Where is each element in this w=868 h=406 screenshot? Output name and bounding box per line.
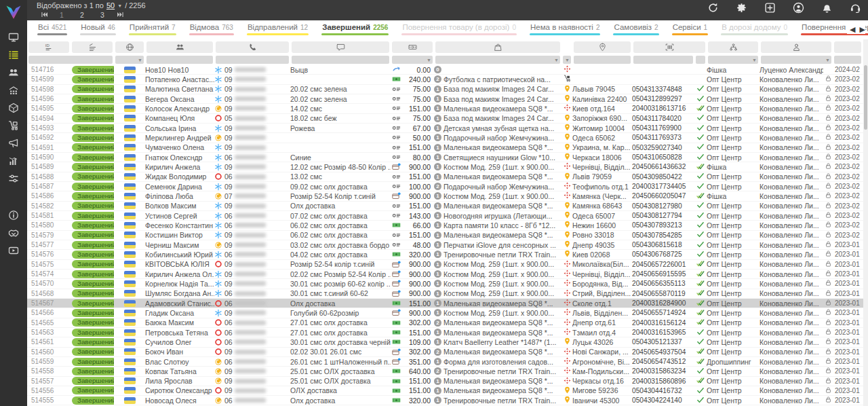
filter-order-id-input[interactable] [28, 56, 113, 64]
tab-9[interactable]: Сервіси1 [671, 20, 709, 37]
filter-date-input[interactable] [834, 56, 861, 64]
first-page-button[interactable] [37, 10, 52, 19]
sort-order-id-button[interactable]: ID [28, 41, 69, 53]
table-row[interactable]: 514582ЗавершенийВолков Максим09Олх доста… [27, 202, 868, 211]
tab-scroll-left-icon[interactable]: ◀ [850, 24, 855, 34]
tab-0[interactable]: Всі4521 [37, 20, 68, 37]
table-row[interactable]: 514560ЗавершенийБокоч Иван0902.02 30.01 … [27, 348, 868, 357]
sidebar-item-company[interactable] [0, 81, 27, 99]
sidebar-item-partners[interactable] [0, 224, 27, 242]
sort-status-button[interactable] [72, 41, 113, 53]
sidebar-item-tutorials[interactable] [0, 242, 27, 259]
table-row[interactable]: 514568ЗавершенийШумляс Богдана Ан...0630… [27, 289, 868, 299]
table-row[interactable]: 514592ЗавершенийМерклингер Андрей0950.00… [27, 133, 868, 143]
sidebar-item-customers[interactable] [0, 64, 27, 81]
tab-4[interactable]: Відправлений12 [246, 20, 309, 37]
tab-7[interactable]: Нема в наявності2 [529, 20, 601, 37]
table-row[interactable]: 514595ЗавершенийКолосок Александр0914.02… [27, 104, 868, 113]
sort-manager-button[interactable] [761, 41, 831, 53]
sidebar-item-orders[interactable] [0, 46, 27, 64]
table-row[interactable]: 514596ЗавершенийВегера Оксана0920.02 смс… [27, 94, 868, 104]
table-row[interactable]: 514586ЗавершенийФіліпова Люба07Розмір 52… [27, 191, 868, 201]
sidebar-item-integrations[interactable] [0, 170, 27, 187]
filter-payment-input[interactable]: ▼ [392, 56, 433, 64]
add-button[interactable] [764, 2, 776, 14]
notifications-button[interactable] [821, 2, 833, 14]
sort-comment-button[interactable] [292, 41, 389, 53]
tab-5[interactable]: Завершений2256 [321, 20, 389, 37]
tab-8[interactable]: Самовивіз2 [612, 20, 659, 37]
sort-city-button[interactable] [574, 41, 631, 53]
account-button[interactable] [793, 2, 804, 14]
page-number-2[interactable]: 2 [72, 11, 92, 19]
table-row[interactable]: 514587ЗавершенийСеменюк Дарина0909.02 см… [27, 182, 868, 191]
table-row[interactable]: 514570ЗавершенийКорнелюк Надія Та...0930… [27, 279, 868, 289]
table-row[interactable]: 514598ЗавершенийМалютина Светлана0920.02… [27, 85, 868, 94]
sidebar-item-products[interactable] [0, 99, 27, 117]
page-number-3[interactable]: 3 [92, 11, 113, 19]
table-row[interactable]: 514591ЗавершенийЧумаченко Олена09151.001… [27, 143, 868, 153]
tab-6[interactable]: Повернення товару (в дорозі)0 [401, 20, 517, 37]
sort-customer-button[interactable] [146, 41, 213, 53]
table-row[interactable]: 514579ЗавершенийКостишин Виктор0906.02 с… [27, 231, 868, 240]
refresh-button[interactable] [707, 2, 719, 14]
tab-10[interactable]: В дорозі додому0 [720, 20, 789, 37]
sort-user-group-button[interactable] [708, 41, 758, 53]
table-row[interactable]: 514577ЗавершенийЧерниш Максим0903.02 смс… [27, 240, 868, 250]
table-row[interactable]: 514588ЗавершенийЖидак Володимир0613.02 с… [27, 172, 868, 182]
scrollbar-thumb[interactable] [864, 65, 867, 130]
table-row[interactable]: 514589ЗавершенийКирилич Анжела0912.02 см… [27, 162, 868, 172]
sidebar-item-dashboard[interactable] [0, 29, 27, 46]
filter-manager-input[interactable]: ▼ [761, 56, 831, 64]
table-row[interactable]: 514716ЗавершенийНов10 Нов1009Выцв0.000Фі… [27, 65, 868, 75]
table-row[interactable]: 514590ЗавершенийГнатюк Олексндр06Синие80… [27, 153, 868, 162]
filter-phone-input[interactable] [216, 56, 289, 64]
sidebar-item-purchases[interactable] [0, 117, 27, 134]
sort-tracking-button[interactable] [633, 41, 705, 53]
support-button[interactable] [850, 2, 861, 14]
sidebar-item-reports[interactable] [0, 152, 27, 170]
table-row[interactable]: 514556ЗавершенийСиротюк Олександр09ОЛХ д… [27, 386, 868, 396]
page-number-1[interactable]: 1 [52, 11, 72, 19]
tab-scroll-right-icon[interactable]: ▶ [860, 24, 865, 34]
filter-user-group-input[interactable]: ▼ [708, 56, 758, 64]
table-row[interactable]: 514561ЗавершенийСучилов Олег0630.01 смс … [27, 337, 868, 347]
sidebar-item-marketing[interactable] [0, 134, 27, 152]
sidebar-item-info[interactable] [0, 206, 27, 224]
table-row[interactable]: 514580ЗавершенийФесенко Константин0606.0… [27, 221, 868, 230]
sort-date-button[interactable] [834, 41, 861, 53]
table-row[interactable]: 514574ЗавершенийКирилич Анжела Ол...0902… [27, 270, 868, 279]
table-row[interactable]: 514557ЗавершенийЛила Ярослав0925.01 смс … [27, 377, 868, 386]
table-row[interactable]: 514581ЗавершенийУстинов Сергей0607.02 см… [27, 211, 868, 221]
table-row[interactable]: 514575ЗавершенийКВІТОВСЬКА ЮЛІЯ09Розмір … [27, 260, 868, 270]
table-row[interactable]: 514563ЗавершенийПетровська Тетяна0627.01… [27, 328, 868, 337]
table-row[interactable]: 514593ЗавершенийСольська Ірина09Рожева67… [27, 124, 868, 133]
table-row[interactable]: 514565ЗавершенийБаюка Максим0627.01 смс … [27, 318, 868, 328]
app-logo-icon[interactable] [4, 3, 23, 22]
table-row[interactable]: 514558ЗавершенийКовпак Татьяна0925.01 см… [27, 367, 868, 376]
page-size-dropdown[interactable]: 50 [106, 1, 115, 10]
tab-3[interactable]: Відмова763 [189, 20, 235, 37]
tab-2[interactable]: Прийнятий7 [128, 20, 177, 37]
last-page-button[interactable] [113, 10, 127, 19]
table-row[interactable]: 514599ЗавершенийПотапенко Анастас...0924… [27, 75, 868, 84]
table-row[interactable]: 514567ЗавершенийАдамовский Станис...06Ол… [27, 299, 868, 308]
filter-check-input[interactable] [696, 56, 705, 64]
table-row[interactable]: 514566ЗавершенийГладик Оксана09Голубий 6… [27, 308, 868, 318]
filter-customer-input[interactable] [146, 56, 213, 64]
tab-1[interactable]: Новый46 [79, 20, 117, 37]
table-row[interactable]: 514559ЗавершенийВлас Слотюу0626.01 смс 1… [27, 357, 868, 367]
table-row[interactable]: 514576ЗавершенийКобилинський Юрий0604.02… [27, 250, 868, 259]
settings-button[interactable] [736, 2, 747, 14]
sort-country-button[interactable] [115, 41, 144, 53]
filter-city-input[interactable] [574, 56, 631, 64]
table-row[interactable]: 514555ЗавершенийНовосад Олеся06Олх доста… [27, 396, 868, 405]
sort-products-button[interactable] [435, 41, 560, 53]
filter-country-input[interactable]: ▼ [115, 56, 144, 64]
filter-tracking-input[interactable] [633, 56, 693, 64]
filter-delivery-type-input[interactable]: ▼ [563, 56, 571, 64]
filter-products-input[interactable]: ▼ [435, 56, 560, 64]
table-row[interactable]: 514594ЗавершенийКомпанец Юля0518.02 смс … [27, 114, 868, 124]
sort-payment-button[interactable] [392, 41, 433, 53]
filter-comment-input[interactable] [292, 56, 389, 64]
